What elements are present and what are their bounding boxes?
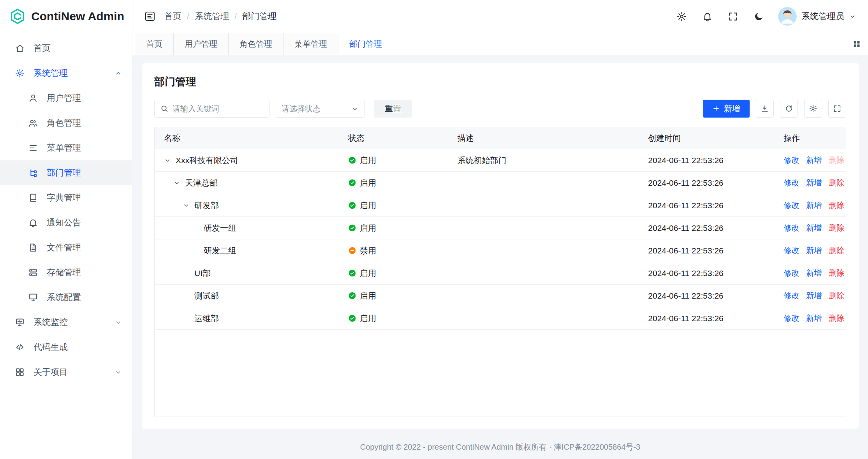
sidebar-item-home[interactable]: 首页 (0, 36, 132, 61)
add-link[interactable]: 新增 (806, 200, 822, 211)
dept-name: 研发二组 (204, 245, 236, 256)
expand-toggle[interactable] (164, 157, 176, 164)
sidebar-item-notice[interactable]: 通知公告 (0, 210, 132, 235)
cell-created-at: 2024-06-11 22:53:26 (648, 178, 783, 188)
search-icon (160, 104, 169, 113)
settings-button[interactable] (674, 9, 689, 24)
delete-link[interactable]: 删除 (829, 290, 844, 301)
cell-actions: 修改 新增 删除 (783, 223, 846, 233)
cell-name: UI部 (155, 268, 348, 279)
notifications-button[interactable] (699, 9, 715, 24)
users-icon (28, 118, 38, 128)
delete-link[interactable]: 删除 (829, 268, 844, 278)
sidebar-collapse-button[interactable] (141, 7, 159, 25)
tab-5[interactable]: 部门管理 (338, 33, 393, 55)
sidebar-item-system-config[interactable]: 系统配置 (0, 285, 132, 310)
status-badge: 启用 (348, 313, 376, 324)
status-label: 禁用 (360, 245, 376, 256)
delete-link[interactable]: 删除 (829, 245, 844, 256)
delete-link[interactable]: 删除 (829, 200, 844, 211)
breadcrumb-item[interactable]: 首页 (164, 11, 181, 22)
status-badge: 启用 (348, 268, 376, 279)
breadcrumb: 首页/系统管理/部门管理 (164, 11, 276, 22)
content: 部门管理 请选择状态 重置 新增 (132, 55, 868, 435)
breadcrumb-separator: / (187, 11, 189, 21)
sidebar-item-storage-mgmt[interactable]: 存储管理 (0, 260, 132, 285)
table-body: Xxx科技有限公司 启用 系统初始部门 2024-06-11 22:53:26 … (155, 149, 846, 417)
tab-3[interactable]: 角色管理 (228, 33, 283, 55)
check-circle-icon (348, 156, 356, 164)
breadcrumb-separator: / (234, 11, 237, 21)
sidebar-item-about[interactable]: 关于项目 (0, 360, 132, 385)
sidebar-item-dict-mgmt[interactable]: 字典管理 (0, 185, 132, 210)
cell-created-at: 2024-06-11 22:53:26 (648, 314, 783, 323)
column-settings-button[interactable] (804, 100, 822, 118)
cell-name: 天津总部 (155, 178, 348, 188)
expand-toggle[interactable] (183, 202, 194, 209)
export-button[interactable] (756, 100, 774, 118)
expand-toggle[interactable] (173, 179, 185, 186)
delete-link[interactable]: 删除 (829, 178, 844, 188)
sidebar-item-monitor[interactable]: 系统监控 (0, 310, 132, 335)
sidebar-item-system[interactable]: 系统管理 (0, 61, 132, 86)
refresh-button[interactable] (780, 100, 798, 118)
search-input[interactable] (173, 104, 264, 113)
cell-status: 启用 (348, 290, 457, 301)
breadcrumb-item[interactable]: 系统管理 (195, 11, 229, 22)
delete-link[interactable]: 删除 (829, 313, 844, 324)
tab-options-button[interactable] (845, 33, 868, 55)
add-link[interactable]: 新增 (806, 313, 822, 324)
sidebar-item-file-mgmt[interactable]: 文件管理 (0, 235, 132, 260)
cell-name: 测试部 (155, 290, 348, 301)
status-label: 启用 (360, 155, 376, 166)
monitor-icon (15, 317, 25, 327)
add-link[interactable]: 新增 (806, 290, 822, 301)
add-button-label: 新增 (724, 103, 740, 114)
status-badge: 启用 (348, 155, 376, 166)
theme-toggle-button[interactable] (751, 9, 766, 24)
status-select[interactable]: 请选择状态 (276, 100, 364, 118)
dept-name: 运维部 (194, 313, 219, 324)
cell-status: 启用 (348, 178, 457, 188)
dept-name: 测试部 (194, 290, 219, 301)
tree-indent (164, 183, 173, 183)
edit-link[interactable]: 修改 (783, 313, 799, 324)
sidebar-item-menu-mgmt[interactable]: 菜单管理 (0, 135, 132, 160)
sidebar-item-user-mgmt[interactable]: 用户管理 (0, 86, 132, 111)
edit-link[interactable]: 修改 (783, 200, 799, 211)
user-menu[interactable]: 系统管理员 (778, 7, 856, 26)
tab-4[interactable]: 菜单管理 (283, 33, 338, 55)
sidebar-item-role-mgmt[interactable]: 角色管理 (0, 111, 132, 135)
sidebar-item-codegen[interactable]: 代码生成 (0, 335, 132, 360)
fullscreen-button[interactable] (725, 9, 741, 24)
tree-indent (164, 250, 204, 251)
status-label: 启用 (360, 268, 376, 279)
sidebar-item-label: 菜单管理 (47, 142, 122, 154)
add-link[interactable]: 新增 (806, 245, 822, 256)
status-label: 启用 (360, 290, 376, 301)
edit-link[interactable]: 修改 (783, 155, 799, 165)
cell-actions: 修改 新增 删除 (783, 155, 846, 165)
status-label: 启用 (360, 200, 376, 211)
edit-link[interactable]: 修改 (783, 245, 799, 256)
tab-2[interactable]: 用户管理 (173, 33, 229, 55)
add-button[interactable]: 新增 (703, 100, 750, 118)
sidebar-item-dept-mgmt[interactable]: 部门管理 (0, 160, 132, 185)
table-fullscreen-button[interactable] (828, 100, 846, 118)
edit-link[interactable]: 修改 (783, 290, 799, 301)
add-link[interactable]: 新增 (806, 268, 822, 278)
reset-button[interactable]: 重置 (374, 100, 412, 118)
tab-1[interactable]: 首页 (135, 33, 174, 55)
edit-link[interactable]: 修改 (783, 223, 799, 233)
add-link[interactable]: 新增 (806, 178, 822, 188)
add-link[interactable]: 新增 (806, 155, 822, 165)
sidebar-item-label: 文件管理 (47, 242, 122, 253)
delete-link[interactable]: 删除 (829, 223, 844, 233)
continew-logo-icon (9, 7, 26, 25)
column-header-created-at: 创建时间 (648, 133, 783, 144)
gear-icon (809, 104, 817, 113)
edit-link[interactable]: 修改 (783, 268, 799, 278)
edit-link[interactable]: 修改 (783, 178, 799, 188)
add-link[interactable]: 新增 (806, 223, 822, 233)
dict-icon (28, 193, 38, 203)
